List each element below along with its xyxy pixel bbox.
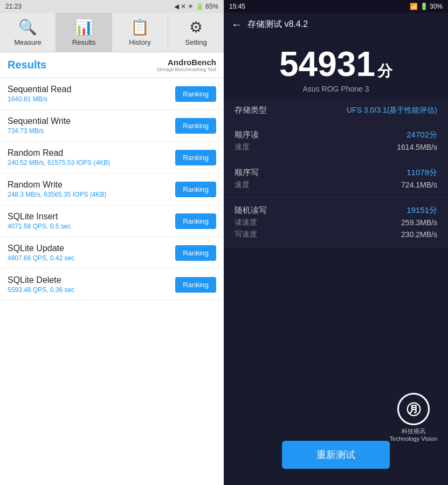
ranking-button[interactable]: Ranking [175,150,216,165]
ranking-button[interactable]: Ranking [175,213,216,229]
metric-detail-value: 724.1MB/s [401,181,437,189]
bench-item-name: SQLite Insert [8,212,71,221]
bench-item-info: Sequential Read 1640.81 MB/s [8,85,71,103]
device-name: Asus ROG Phone 3 [303,85,369,93]
tab-results[interactable]: 📊 Results [56,13,112,52]
nav-tabs: 🔍 Measure 📊 Results 📋 History ⚙ Setting [0,13,224,52]
metrics-container: 顺序读 24702分 速度 1614.5MB/s 顺序写 11078分 速度 7… [224,122,448,247]
bench-item-info: Random Write 248.3 MB/s, 63565.35 IOPS (… [8,180,106,198]
measure-label: Measure [14,38,42,46]
measure-icon: 🔍 [18,18,37,36]
bench-item: Random Write 248.3 MB/s, 63565.35 IOPS (… [0,174,224,205]
bench-item: SQLite Insert 4071.58 QPS, 0.5 sec Ranki… [0,205,224,237]
history-icon: 📋 [130,18,149,36]
history-label: History [129,38,150,46]
score-display: 54931 分 [279,47,392,81]
left-panel: 21:23 ◀ ✕ ☀ 🔋 65% 🔍 Measure 📊 Results 📋 … [0,0,224,485]
logo-name: AndroBench [168,58,216,67]
bench-item: Random Read 240.52 MB/s, 61575.53 IOPS (… [0,142,224,174]
results-header: Results AndroBench Storage Benchmarking … [0,52,224,78]
bottom-section: ㊊ 科技视讯Technology Vision 重新测试 [224,247,448,485]
retest-button[interactable]: 重新测试 [282,441,390,469]
status-bar-left: 21:23 ◀ ✕ ☀ 🔋 65% [0,0,224,13]
bench-item-name: Sequential Read [8,85,71,94]
bench-item-sub: 4807.66 QPS, 0.42 sec [8,254,74,262]
watermark-text: 科技视讯Technology Vision [390,427,437,442]
metric-detail-row: 速度 724.1MB/s [235,180,437,190]
bench-item-name: SQLite Update [8,244,74,253]
results-heading: Results [8,59,46,71]
metric-name: 顺序读 [235,130,259,140]
score-section: 54931 分 Asus ROG Phone 3 [224,36,448,99]
metric-title-row: 随机读写 19151分 [235,205,437,216]
tab-measure[interactable]: 🔍 Measure [0,13,56,52]
bench-item-sub: 240.52 MB/s, 61575.53 IOPS (4KB) [8,159,110,167]
bench-item-info: Random Read 240.52 MB/s, 61575.53 IOPS (… [8,148,110,167]
tab-history[interactable]: 📋 History [112,13,168,52]
bench-item-sub: 1640.81 MB/s [8,95,71,103]
status-icons-left: ◀ ✕ ☀ 🔋 65% [174,3,218,10]
bench-item-sub: 734.73 MB/s [8,127,71,135]
metric-detail-value: 230.2MB/s [401,230,437,239]
androbench-logo: AndroBench Storage Benchmarking Tool [157,58,216,72]
bench-item: Sequential Read 1640.81 MB/s Ranking [0,78,224,110]
bench-item-name: Sequential Write [8,116,71,126]
results-label: Results [72,38,95,46]
bench-item: Sequential Write 734.73 MB/s Ranking [0,110,224,142]
metric-detail-value: 259.3MB/s [401,218,437,227]
ranking-button[interactable]: Ranking [175,118,216,134]
bench-item-sub: 4071.58 QPS, 0.5 sec [8,223,71,230]
metric-detail-row: 读速度 259.3MB/s [235,218,437,227]
status-bar-right: 15:45 📶 🔋 30% [224,0,448,13]
setting-label: Setting [185,38,206,46]
bench-item-info: Sequential Write 734.73 MB/s [8,116,71,135]
bench-item-name: Random Write [8,180,106,190]
top-nav-right: ← 存储测试 v8.4.2 [224,13,448,36]
status-icons-right: 📶 🔋 30% [410,3,443,10]
bench-item-info: SQLite Update 4807.66 QPS, 0.42 sec [8,244,74,262]
storage-section: 存储类型 UFS 3.0/3.1(基于性能评估) 顺序读 24702分 速度 1… [224,99,448,247]
back-button[interactable]: ← [231,18,242,31]
metric-title-row: 顺序写 11078分 [235,168,437,178]
metric-section: 顺序写 11078分 速度 724.1MB/s [224,160,448,198]
bench-item-sub: 248.3 MB/s, 63565.35 IOPS (4KB) [8,191,106,198]
bench-list: Sequential Read 1640.81 MB/s Ranking Seq… [0,78,224,485]
logo-subtitle: Storage Benchmarking Tool [157,67,216,72]
results-icon: 📊 [74,18,93,36]
ranking-button[interactable]: Ranking [175,86,216,102]
score-number: 54931 [279,47,375,81]
bench-item: SQLite Update 4807.66 QPS, 0.42 sec Rank… [0,237,224,269]
tab-setting[interactable]: ⚙ Setting [168,13,224,52]
bench-item-name: SQLite Delete [8,275,74,285]
ranking-button[interactable]: Ranking [175,277,216,293]
bench-item: SQLite Delete 5593.48 QPS, 0.36 sec Rank… [0,269,224,301]
metric-detail-value: 1614.5MB/s [397,143,437,151]
status-time-right: 15:45 [229,3,245,10]
metric-score: 11078分 [406,168,437,178]
metric-section: 顺序读 24702分 速度 1614.5MB/s [224,122,448,160]
metric-score: 24702分 [406,130,437,140]
metric-score: 19151分 [406,205,437,216]
ranking-button[interactable]: Ranking [175,182,216,197]
storage-type-value: UFS 3.0/3.1(基于性能评估) [347,106,437,115]
metric-section: 随机读写 19151分 读速度 259.3MB/s 写速度 230.2MB/s [224,198,448,247]
storage-type-label: 存储类型 [235,105,267,115]
storage-type-row: 存储类型 UFS 3.0/3.1(基于性能评估) [224,99,448,122]
bench-item-sub: 5593.48 QPS, 0.36 sec [8,286,74,294]
metric-detail-label: 写速度 [235,230,257,239]
bench-item-name: Random Read [8,148,110,158]
right-panel: 15:45 📶 🔋 30% ← 存储测试 v8.4.2 54931 分 Asus… [224,0,448,485]
ranking-button[interactable]: Ranking [175,245,216,261]
watermark-logo: ㊊ [397,393,430,425]
metric-detail-row: 写速度 230.2MB/s [235,230,437,239]
status-time-left: 21:23 [5,3,22,10]
app-title: 存储测试 v8.4.2 [247,19,308,30]
metric-detail-label: 速度 [235,180,250,190]
metric-detail-row: 速度 1614.5MB/s [235,142,437,152]
metric-detail-label: 读速度 [235,218,257,227]
setting-icon: ⚙ [189,18,203,36]
bench-item-info: SQLite Insert 4071.58 QPS, 0.5 sec [8,212,71,230]
metric-title-row: 顺序读 24702分 [235,130,437,140]
metric-name: 顺序写 [235,168,259,178]
metric-name: 随机读写 [235,205,267,216]
